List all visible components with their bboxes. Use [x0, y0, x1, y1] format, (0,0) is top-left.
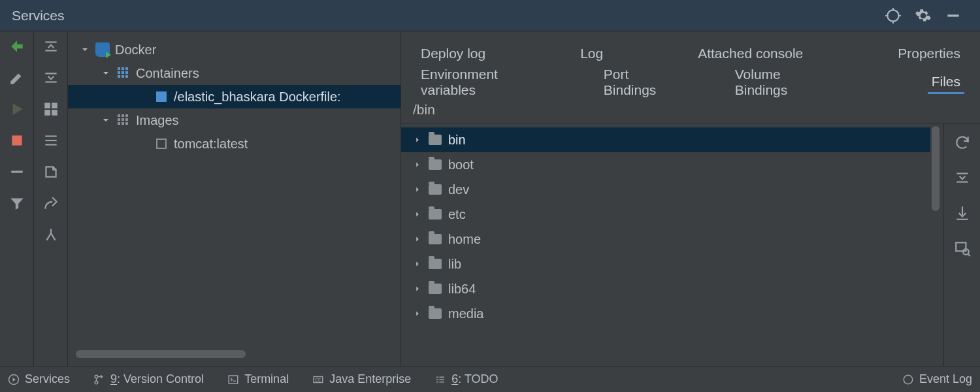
- chevron-down-icon[interactable]: [101, 68, 111, 78]
- file-name: lib: [448, 257, 461, 272]
- refresh-icon[interactable]: [954, 134, 971, 151]
- panel-titlebar: Services: [0, 0, 980, 31]
- chevron-right-icon[interactable]: [413, 185, 422, 194]
- status-todo[interactable]: 6: TODO: [434, 372, 498, 386]
- horizontal-scrollbar[interactable]: [76, 350, 393, 359]
- panel-title: Services: [12, 8, 65, 24]
- svg-rect-13: [52, 103, 57, 108]
- tab-ports[interactable]: Port Bindings: [600, 64, 685, 101]
- detail-tabs: Deploy log Log Attached console Properti…: [401, 31, 980, 97]
- file-row[interactable]: etc: [401, 202, 930, 227]
- collapse-icon[interactable]: [8, 163, 25, 180]
- chevron-right-icon[interactable]: [413, 259, 422, 269]
- svg-rect-12: [44, 103, 50, 108]
- chevron-right-icon[interactable]: [413, 135, 422, 144]
- branch-icon[interactable]: [42, 226, 59, 243]
- file-row[interactable]: lib64: [401, 276, 930, 301]
- tab-deploy-log[interactable]: Deploy log: [417, 43, 489, 64]
- chevron-right-icon[interactable]: [413, 160, 422, 169]
- tree-label: tomcat:latest: [174, 137, 248, 152]
- service-tree[interactable]: Docker Containers /elastic_bhaskara Dock…: [68, 31, 400, 346]
- open-tab-icon[interactable]: [42, 163, 59, 180]
- tabs-row-2: Environment variables Port Bindings Volu…: [417, 68, 964, 97]
- tree-node-container-selected[interactable]: /elastic_bhaskara Dockerfile:: [68, 85, 400, 108]
- left-toolbar-secondary: [34, 31, 68, 366]
- tab-attached-console[interactable]: Attached console: [694, 43, 807, 64]
- status-label: 9: Version Control: [110, 372, 204, 386]
- vertical-scrollbar[interactable]: [930, 126, 941, 363]
- tab-properties[interactable]: Properties: [894, 43, 964, 64]
- file-tree[interactable]: binbootdevetchomeliblib64media: [401, 123, 930, 366]
- run-icon[interactable]: [8, 101, 25, 118]
- inspect-icon[interactable]: [954, 240, 971, 257]
- group-icon[interactable]: [42, 101, 59, 118]
- containers-icon: [116, 66, 131, 80]
- file-row[interactable]: bin: [401, 127, 930, 152]
- edit-icon[interactable]: [8, 69, 25, 86]
- chevron-down-icon[interactable]: [80, 44, 90, 55]
- file-row[interactable]: lib: [401, 252, 930, 276]
- status-bar: Services 9: Version Control Terminal EE …: [0, 366, 980, 392]
- collapse-tree-icon[interactable]: [954, 169, 971, 186]
- tree-node-images[interactable]: Images: [68, 108, 400, 132]
- file-name: boot: [448, 157, 474, 172]
- deploy-icon[interactable]: [8, 38, 25, 55]
- link-icon[interactable]: [42, 195, 59, 212]
- detail-panel: Deploy log Log Attached console Properti…: [401, 31, 980, 366]
- download-icon[interactable]: [954, 204, 971, 221]
- service-tree-pane: Docker Containers /elastic_bhaskara Dock…: [68, 31, 401, 366]
- tree-node-containers[interactable]: Containers: [68, 61, 400, 85]
- right-toolbar: [943, 123, 980, 366]
- status-event-log[interactable]: Event Log: [902, 372, 972, 386]
- chevron-right-icon[interactable]: [413, 284, 422, 293]
- docker-icon: [95, 42, 110, 57]
- breadcrumb[interactable]: /bin: [401, 97, 980, 123]
- expand-all-icon[interactable]: [42, 38, 59, 55]
- file-name: lib64: [448, 282, 476, 297]
- tab-volumes[interactable]: Volume Bindings: [731, 64, 836, 101]
- tree-node-docker[interactable]: Docker: [68, 38, 400, 61]
- svg-text:EE: EE: [316, 378, 322, 382]
- status-vcs[interactable]: 9: Version Control: [93, 372, 204, 386]
- file-name: media: [448, 306, 483, 321]
- event-log-icon: [902, 374, 914, 385]
- file-row[interactable]: dev: [401, 177, 930, 202]
- status-terminal[interactable]: Terminal: [227, 372, 289, 386]
- status-label: Services: [25, 372, 70, 386]
- tab-log[interactable]: Log: [576, 43, 607, 64]
- folder-icon: [429, 209, 442, 220]
- target-icon[interactable]: [885, 7, 902, 24]
- status-javaee[interactable]: EE Java Enterprise: [312, 372, 411, 386]
- list-icon[interactable]: [42, 132, 59, 149]
- tree-label: Images: [136, 113, 179, 128]
- chevron-right-icon[interactable]: [413, 309, 422, 318]
- gear-icon[interactable]: [915, 7, 932, 24]
- tree-label: Docker: [115, 42, 156, 57]
- status-label: Terminal: [244, 372, 289, 386]
- status-services[interactable]: Services: [8, 372, 70, 386]
- file-row[interactable]: boot: [401, 152, 930, 177]
- folder-icon: [429, 234, 442, 244]
- svg-rect-28: [229, 376, 238, 384]
- file-name: dev: [448, 182, 469, 197]
- minimize-icon[interactable]: [945, 7, 962, 24]
- tree-node-image[interactable]: tomcat:latest: [68, 132, 400, 155]
- filter-icon[interactable]: [8, 195, 25, 212]
- tree-label: Containers: [136, 66, 199, 81]
- tab-env[interactable]: Environment variables: [417, 64, 554, 101]
- file-row[interactable]: home: [401, 227, 930, 252]
- svg-rect-15: [52, 110, 57, 116]
- javaee-icon: EE: [312, 374, 324, 385]
- tab-files[interactable]: Files: [928, 71, 964, 94]
- chevron-right-icon[interactable]: [413, 235, 422, 244]
- status-label: 6: TODO: [451, 372, 498, 386]
- svg-point-37: [904, 375, 913, 384]
- collapse-all-icon[interactable]: [42, 69, 59, 86]
- svg-rect-6: [12, 135, 22, 145]
- file-row[interactable]: media: [401, 301, 930, 326]
- stop-icon[interactable]: [8, 132, 25, 149]
- left-toolbar-primary: [0, 31, 34, 366]
- chevron-down-icon[interactable]: [101, 115, 111, 125]
- chevron-right-icon[interactable]: [413, 210, 422, 219]
- tree-label: /elastic_bhaskara Dockerfile:: [174, 90, 341, 105]
